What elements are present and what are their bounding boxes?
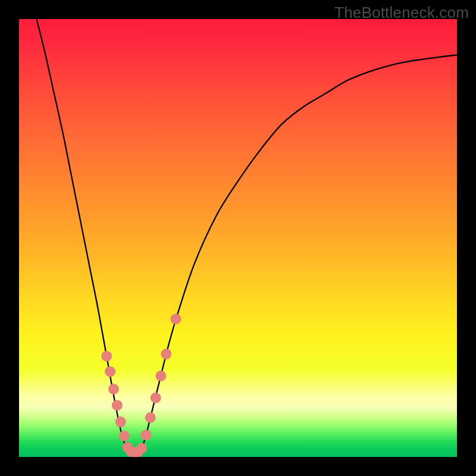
curve-marker bbox=[112, 400, 123, 411]
curve-marker bbox=[105, 366, 115, 377]
curve-marker bbox=[136, 443, 147, 453]
curve-layer bbox=[19, 19, 457, 457]
curve-marker bbox=[170, 314, 181, 324]
chart-frame: TheBottleneck.com bbox=[0, 0, 476, 476]
curve-marker bbox=[145, 412, 156, 423]
curve-marker bbox=[108, 384, 119, 394]
curve-marker bbox=[119, 431, 130, 441]
curve-marker bbox=[140, 430, 151, 440]
plot-area bbox=[19, 19, 457, 457]
curve-marker bbox=[101, 351, 112, 362]
curve-marker bbox=[115, 416, 126, 427]
watermark-text: TheBottleneck.com bbox=[334, 4, 469, 22]
bottleneck-curve bbox=[36, 19, 457, 454]
curve-markers bbox=[101, 314, 181, 457]
curve-marker bbox=[155, 371, 166, 381]
curve-marker bbox=[161, 349, 171, 359]
curve-marker bbox=[151, 393, 161, 403]
